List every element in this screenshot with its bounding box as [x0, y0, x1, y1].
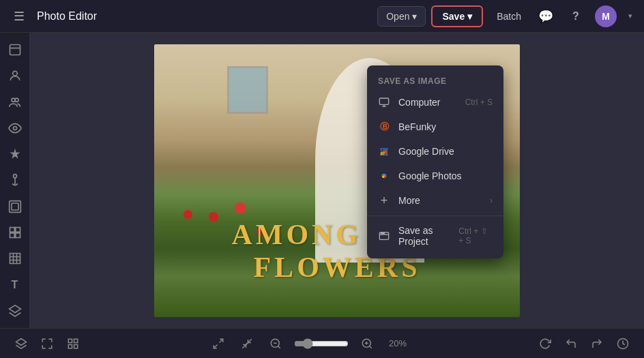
more-chevron-icon: › — [490, 196, 493, 205]
undo-button[interactable] — [561, 333, 581, 354]
help-icon: ? — [572, 10, 579, 23]
bottom-right — [535, 333, 633, 354]
sidebar-item-eye[interactable] — [3, 117, 27, 140]
zoom-in-button[interactable] — [357, 333, 377, 354]
sidebar-item-group[interactable] — [3, 91, 27, 114]
dropdown-header: Save as Image — [367, 71, 503, 90]
avatar-chevron-button[interactable]: ▾ — [625, 5, 636, 27]
svg-line-30 — [278, 346, 280, 348]
svg-line-33 — [369, 346, 371, 348]
sidebar: T — [0, 33, 30, 328]
save-project-shortcut: Ctrl + ⇧ + S — [458, 226, 493, 245]
sidebar-item-frame[interactable] — [3, 195, 27, 218]
menu-icon: ☰ — [14, 9, 25, 24]
dropdown-overlay: Save as Image Computer Ctrl + S Ⓑ BeFunk… — [30, 65, 644, 328]
zoom-percentage: 20% — [385, 338, 410, 348]
text-tool-icon: T — [12, 279, 18, 291]
redo-button[interactable] — [587, 333, 607, 354]
batch-label: Batch — [497, 11, 521, 22]
svg-rect-8 — [12, 203, 18, 210]
google-drive-label: Google Drive — [398, 146, 454, 157]
help-button[interactable]: ? — [565, 5, 587, 27]
svg-rect-24 — [74, 344, 78, 348]
computer-label: Computer — [398, 97, 440, 108]
batch-button[interactable]: Batch — [488, 7, 529, 26]
dropdown-divider — [367, 215, 503, 216]
menu-button[interactable]: ☰ — [8, 5, 30, 27]
sidebar-item-sparkle[interactable] — [3, 143, 27, 166]
canvas-area: AMONG THE FLOWERS Save as Image Computer — [30, 33, 644, 328]
svg-marker-20 — [16, 338, 27, 345]
svg-line-26 — [214, 344, 217, 348]
svg-point-6 — [13, 175, 16, 178]
avatar-label: M — [602, 11, 610, 22]
avatar[interactable]: M — [595, 5, 617, 27]
history-button[interactable] — [613, 333, 633, 354]
sidebar-item-texture[interactable] — [3, 247, 27, 270]
svg-point-17 — [381, 233, 381, 234]
zoom-out-button[interactable] — [265, 333, 286, 354]
svg-rect-12 — [15, 233, 20, 238]
save-project-item[interactable]: Save as Project Ctrl + ⇧ + S — [367, 219, 503, 253]
svg-rect-10 — [15, 227, 20, 232]
save-button[interactable]: Save ▾ — [431, 5, 483, 27]
sidebar-item-layers[interactable] — [3, 299, 27, 323]
bottom-center: 20% — [83, 333, 535, 354]
header: ☰ Photo Editor Open ▾ Save ▾ Batch 💬 ? M… — [0, 0, 644, 33]
svg-point-2 — [12, 72, 17, 76]
comment-icon: 💬 — [538, 9, 553, 24]
save-project-label: Save as Project — [398, 225, 450, 247]
sidebar-item-brush[interactable] — [3, 168, 27, 192]
crop-button[interactable] — [37, 333, 57, 354]
save-chevron-icon: ▾ — [467, 11, 472, 22]
more-label: More — [398, 195, 420, 206]
comment-button[interactable]: 💬 — [535, 5, 557, 27]
svg-marker-13 — [9, 305, 20, 312]
svg-rect-9 — [10, 227, 14, 232]
svg-line-28 — [242, 342, 248, 348]
open-chevron-icon: ▾ — [412, 11, 417, 22]
refresh-button[interactable] — [535, 333, 555, 354]
computer-icon — [378, 96, 390, 108]
main: T — [0, 33, 644, 328]
sidebar-item-text[interactable]: T — [3, 273, 27, 296]
svg-point-19 — [383, 233, 384, 234]
svg-rect-22 — [74, 339, 78, 342]
header-center: Open ▾ Save ▾ Batch — [377, 5, 529, 27]
header-right: 💬 ? M ▾ — [535, 5, 636, 27]
save-label: Save — [442, 11, 465, 22]
save-google-photos-item[interactable]: Google Photos — [367, 164, 503, 188]
zoom-slider[interactable] — [294, 338, 349, 349]
sidebar-item-portrait[interactable] — [3, 64, 27, 87]
open-button[interactable]: Open ▾ — [377, 6, 426, 27]
google-drive-icon — [378, 145, 390, 158]
save-google-drive-item[interactable]: Google Drive — [367, 139, 503, 164]
header-left: ☰ Photo Editor — [8, 5, 372, 27]
sidebar-item-grid[interactable] — [3, 221, 27, 244]
project-icon — [378, 230, 390, 242]
svg-point-18 — [382, 233, 383, 234]
svg-rect-23 — [68, 344, 72, 348]
save-befunky-item[interactable]: Ⓑ BeFunky — [367, 115, 503, 139]
save-more-item[interactable]: + More › — [367, 188, 503, 213]
computer-shortcut: Ctrl + S — [465, 98, 493, 107]
save-dropdown-menu: Save as Image Computer Ctrl + S Ⓑ BeFunk… — [367, 65, 503, 258]
app-title: Photo Editor — [37, 10, 97, 23]
google-photos-icon — [378, 170, 390, 182]
google-photos-label: Google Photos — [398, 170, 462, 181]
svg-rect-21 — [68, 339, 72, 342]
layers-button[interactable] — [11, 333, 31, 354]
svg-line-25 — [220, 339, 223, 342]
grid-view-button[interactable] — [63, 333, 83, 354]
fit-screen-button[interactable] — [208, 333, 229, 354]
actual-size-button[interactable] — [237, 333, 257, 354]
befunky-icon: Ⓑ — [378, 121, 390, 133]
sidebar-item-person[interactable] — [3, 38, 27, 61]
more-plus-icon: + — [378, 194, 390, 207]
avatar-chevron-icon: ▾ — [628, 12, 632, 20]
svg-rect-14 — [379, 98, 388, 104]
bottom-bar: 20% — [0, 328, 644, 358]
bottom-left — [11, 333, 83, 354]
save-computer-item[interactable]: Computer Ctrl + S — [367, 90, 503, 115]
svg-rect-11 — [10, 233, 14, 238]
